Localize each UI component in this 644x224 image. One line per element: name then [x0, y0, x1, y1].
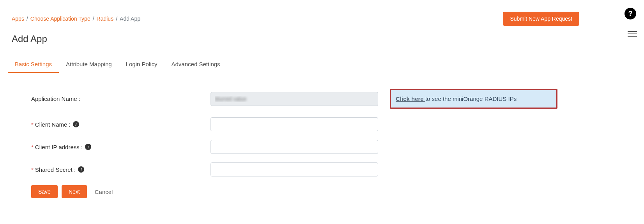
- application-name-input[interactable]: [211, 92, 378, 106]
- radius-ips-callout: Click here to see the miniOrange RADIUS …: [390, 89, 557, 109]
- page-title: Add App: [8, 30, 583, 56]
- info-icon[interactable]: i: [78, 166, 84, 173]
- breadcrumb-radius[interactable]: Radius: [97, 16, 114, 22]
- tabs: Basic Settings Attribute Mapping Login P…: [8, 56, 583, 73]
- callout-text: to see the miniOrange RADIUS IPs: [425, 95, 517, 102]
- client-name-input[interactable]: [211, 117, 378, 131]
- breadcrumb-current: Add App: [120, 16, 140, 22]
- breadcrumb-choose-type[interactable]: Choose Application Type: [30, 16, 90, 22]
- info-icon[interactable]: i: [73, 121, 79, 127]
- click-here-link[interactable]: Click here: [396, 95, 425, 102]
- tab-advanced-settings[interactable]: Advanced Settings: [165, 56, 227, 73]
- hamburger-icon[interactable]: [628, 29, 637, 39]
- client-ip-input[interactable]: [211, 140, 378, 154]
- breadcrumb: Apps / Choose Application Type / Radius …: [12, 16, 140, 22]
- submit-new-app-button[interactable]: Submit New App Request: [503, 12, 579, 26]
- breadcrumb-sep: /: [93, 16, 94, 22]
- client-name-label: *Client Name : i: [31, 121, 199, 128]
- help-icon[interactable]: ?: [625, 8, 636, 19]
- save-button[interactable]: Save: [31, 185, 58, 198]
- breadcrumb-apps[interactable]: Apps: [12, 16, 24, 22]
- cancel-button[interactable]: Cancel: [91, 185, 117, 198]
- tab-attribute-mapping[interactable]: Attribute Mapping: [59, 56, 119, 73]
- application-name-label: Application Name :: [31, 95, 199, 102]
- info-icon[interactable]: i: [85, 144, 91, 150]
- shared-secret-label: *Shared Secret : i: [31, 166, 199, 173]
- next-button[interactable]: Next: [62, 185, 87, 198]
- breadcrumb-sep: /: [27, 16, 28, 22]
- tab-login-policy[interactable]: Login Policy: [119, 56, 165, 73]
- shared-secret-input[interactable]: [211, 162, 378, 176]
- client-ip-label: *Client IP address : i: [31, 144, 199, 150]
- tab-basic-settings[interactable]: Basic Settings: [8, 56, 59, 73]
- breadcrumb-sep: /: [116, 16, 117, 22]
